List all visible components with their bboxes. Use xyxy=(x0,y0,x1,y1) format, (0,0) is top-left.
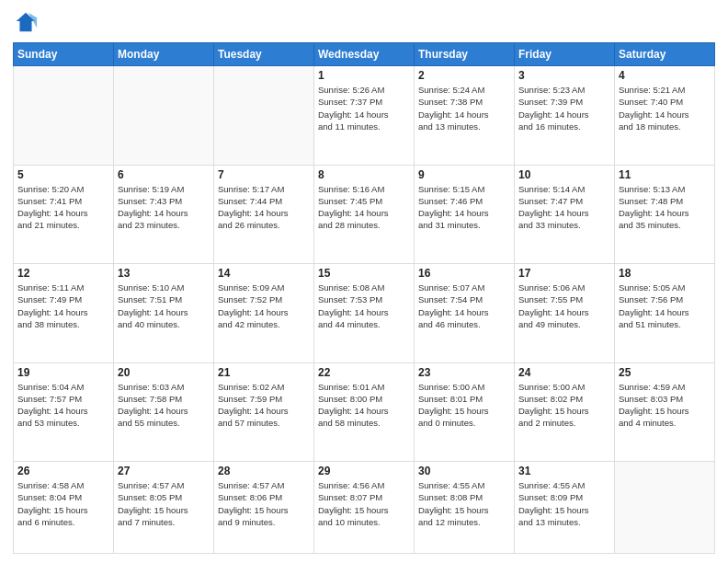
week-row-3: 19Sunrise: 5:04 AM Sunset: 7:57 PM Dayli… xyxy=(14,362,715,462)
day-number: 5 xyxy=(17,168,109,181)
day-number: 29 xyxy=(318,465,410,477)
day-number: 7 xyxy=(218,168,310,181)
logo xyxy=(13,9,42,35)
day-number: 6 xyxy=(118,168,210,181)
day-info: Sunrise: 4:58 AM Sunset: 8:04 PM Dayligh… xyxy=(17,479,109,528)
calendar-cell: 22Sunrise: 5:01 AM Sunset: 8:00 PM Dayli… xyxy=(314,362,415,462)
day-info: Sunrise: 5:03 AM Sunset: 7:58 PM Dayligh… xyxy=(118,381,210,430)
day-info: Sunrise: 4:55 AM Sunset: 8:08 PM Dayligh… xyxy=(418,479,510,528)
day-number: 23 xyxy=(418,366,510,379)
calendar-cell: 13Sunrise: 5:10 AM Sunset: 7:51 PM Dayli… xyxy=(114,264,214,363)
day-number: 9 xyxy=(418,168,510,181)
week-row-4: 26Sunrise: 4:58 AM Sunset: 8:04 PM Dayli… xyxy=(14,462,715,554)
day-info: Sunrise: 5:15 AM Sunset: 7:46 PM Dayligh… xyxy=(418,183,510,232)
day-number: 4 xyxy=(619,69,711,82)
day-info: Sunrise: 5:21 AM Sunset: 7:40 PM Dayligh… xyxy=(619,84,711,132)
calendar-cell: 25Sunrise: 4:59 AM Sunset: 8:03 PM Dayli… xyxy=(615,362,715,462)
calendar-cell: 17Sunrise: 5:06 AM Sunset: 7:55 PM Dayli… xyxy=(515,264,615,363)
day-number: 19 xyxy=(17,366,109,379)
calendar-cell xyxy=(214,66,314,166)
day-number: 3 xyxy=(518,69,610,82)
day-info: Sunrise: 5:09 AM Sunset: 7:52 PM Dayligh… xyxy=(218,282,310,330)
day-number: 26 xyxy=(17,465,109,477)
calendar-cell: 3Sunrise: 5:23 AM Sunset: 7:39 PM Daylig… xyxy=(515,66,615,166)
day-number: 22 xyxy=(318,366,410,379)
day-info: Sunrise: 4:57 AM Sunset: 8:05 PM Dayligh… xyxy=(118,479,210,528)
calendar-cell: 20Sunrise: 5:03 AM Sunset: 7:58 PM Dayli… xyxy=(114,362,214,462)
calendar-cell: 8Sunrise: 5:16 AM Sunset: 7:45 PM Daylig… xyxy=(314,165,415,264)
calendar-cell: 15Sunrise: 5:08 AM Sunset: 7:53 PM Dayli… xyxy=(314,264,415,363)
calendar-cell: 2Sunrise: 5:24 AM Sunset: 7:38 PM Daylig… xyxy=(415,66,515,166)
day-number: 31 xyxy=(518,465,610,477)
calendar-cell xyxy=(615,462,715,554)
calendar-cell: 16Sunrise: 5:07 AM Sunset: 7:54 PM Dayli… xyxy=(415,264,515,363)
day-info: Sunrise: 5:19 AM Sunset: 7:43 PM Dayligh… xyxy=(118,183,210,232)
day-info: Sunrise: 5:04 AM Sunset: 7:57 PM Dayligh… xyxy=(17,381,109,430)
day-info: Sunrise: 5:26 AM Sunset: 7:37 PM Dayligh… xyxy=(318,84,410,132)
calendar-table: SundayMondayTuesdayWednesdayThursdayFrid… xyxy=(13,42,715,554)
day-info: Sunrise: 4:57 AM Sunset: 8:06 PM Dayligh… xyxy=(218,479,310,528)
weekday-header-thursday: Thursday xyxy=(415,43,515,66)
day-info: Sunrise: 5:01 AM Sunset: 8:00 PM Dayligh… xyxy=(318,381,410,430)
day-number: 28 xyxy=(218,465,310,477)
weekday-header-friday: Friday xyxy=(515,43,615,66)
day-info: Sunrise: 5:10 AM Sunset: 7:51 PM Dayligh… xyxy=(118,282,210,330)
weekday-header-tuesday: Tuesday xyxy=(214,43,314,66)
day-number: 2 xyxy=(418,69,510,82)
day-number: 20 xyxy=(118,366,210,379)
day-number: 11 xyxy=(619,168,711,181)
calendar-cell: 24Sunrise: 5:00 AM Sunset: 8:02 PM Dayli… xyxy=(515,362,615,462)
day-info: Sunrise: 5:08 AM Sunset: 7:53 PM Dayligh… xyxy=(318,282,410,330)
day-number: 8 xyxy=(318,168,410,181)
calendar-cell: 19Sunrise: 5:04 AM Sunset: 7:57 PM Dayli… xyxy=(14,362,114,462)
weekday-header-row: SundayMondayTuesdayWednesdayThursdayFrid… xyxy=(14,43,715,66)
week-row-0: 1Sunrise: 5:26 AM Sunset: 7:37 PM Daylig… xyxy=(14,66,715,166)
day-info: Sunrise: 4:55 AM Sunset: 8:09 PM Dayligh… xyxy=(518,479,610,528)
calendar-container: SundayMondayTuesdayWednesdayThursdayFrid… xyxy=(0,0,728,563)
week-row-2: 12Sunrise: 5:11 AM Sunset: 7:49 PM Dayli… xyxy=(14,264,715,363)
calendar-cell: 5Sunrise: 5:20 AM Sunset: 7:41 PM Daylig… xyxy=(14,165,114,264)
day-info: Sunrise: 5:24 AM Sunset: 7:38 PM Dayligh… xyxy=(418,84,510,132)
day-info: Sunrise: 4:59 AM Sunset: 8:03 PM Dayligh… xyxy=(619,381,711,430)
day-info: Sunrise: 5:16 AM Sunset: 7:45 PM Dayligh… xyxy=(318,183,410,232)
day-info: Sunrise: 5:00 AM Sunset: 8:01 PM Dayligh… xyxy=(418,381,510,430)
calendar-cell: 26Sunrise: 4:58 AM Sunset: 8:04 PM Dayli… xyxy=(14,462,114,554)
day-info: Sunrise: 5:23 AM Sunset: 7:39 PM Dayligh… xyxy=(518,84,610,132)
calendar-cell: 6Sunrise: 5:19 AM Sunset: 7:43 PM Daylig… xyxy=(114,165,214,264)
calendar-cell: 30Sunrise: 4:55 AM Sunset: 8:08 PM Dayli… xyxy=(415,462,515,554)
calendar-cell: 4Sunrise: 5:21 AM Sunset: 7:40 PM Daylig… xyxy=(615,66,715,166)
weekday-header-sunday: Sunday xyxy=(14,43,114,66)
weekday-header-monday: Monday xyxy=(114,43,214,66)
day-number: 25 xyxy=(619,366,711,379)
day-number: 12 xyxy=(17,267,109,280)
day-info: Sunrise: 5:11 AM Sunset: 7:49 PM Dayligh… xyxy=(17,282,109,330)
calendar-cell: 31Sunrise: 4:55 AM Sunset: 8:09 PM Dayli… xyxy=(515,462,615,554)
day-number: 27 xyxy=(118,465,210,477)
calendar-cell: 27Sunrise: 4:57 AM Sunset: 8:05 PM Dayli… xyxy=(114,462,214,554)
header xyxy=(13,9,715,35)
calendar-cell: 18Sunrise: 5:05 AM Sunset: 7:56 PM Dayli… xyxy=(615,264,715,363)
day-number: 14 xyxy=(218,267,310,280)
calendar-cell: 11Sunrise: 5:13 AM Sunset: 7:48 PM Dayli… xyxy=(615,165,715,264)
calendar-cell: 10Sunrise: 5:14 AM Sunset: 7:47 PM Dayli… xyxy=(515,165,615,264)
day-info: Sunrise: 5:13 AM Sunset: 7:48 PM Dayligh… xyxy=(619,183,711,232)
weekday-header-wednesday: Wednesday xyxy=(314,43,415,66)
day-info: Sunrise: 5:07 AM Sunset: 7:54 PM Dayligh… xyxy=(418,282,510,330)
calendar-cell: 9Sunrise: 5:15 AM Sunset: 7:46 PM Daylig… xyxy=(415,165,515,264)
calendar-cell: 29Sunrise: 4:56 AM Sunset: 8:07 PM Dayli… xyxy=(314,462,415,554)
calendar-cell xyxy=(114,66,214,166)
day-number: 18 xyxy=(619,267,711,280)
day-info: Sunrise: 4:56 AM Sunset: 8:07 PM Dayligh… xyxy=(318,479,410,528)
day-number: 16 xyxy=(418,267,510,280)
calendar-cell: 7Sunrise: 5:17 AM Sunset: 7:44 PM Daylig… xyxy=(214,165,314,264)
day-number: 10 xyxy=(518,168,610,181)
calendar-cell: 21Sunrise: 5:02 AM Sunset: 7:59 PM Dayli… xyxy=(214,362,314,462)
day-number: 30 xyxy=(418,465,510,477)
day-number: 1 xyxy=(318,69,410,82)
day-number: 24 xyxy=(518,366,610,379)
calendar-cell: 28Sunrise: 4:57 AM Sunset: 8:06 PM Dayli… xyxy=(214,462,314,554)
day-number: 13 xyxy=(118,267,210,280)
day-info: Sunrise: 5:14 AM Sunset: 7:47 PM Dayligh… xyxy=(518,183,610,232)
logo-icon xyxy=(13,9,39,35)
day-info: Sunrise: 5:00 AM Sunset: 8:02 PM Dayligh… xyxy=(518,381,610,430)
